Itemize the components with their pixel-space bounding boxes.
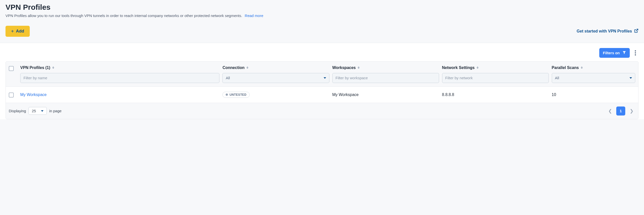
filter-workspace-input[interactable] [332,73,439,83]
filter-connection-select[interactable]: All [222,73,329,83]
column-header-profiles-label: VPN Profiles (1) [20,66,50,70]
profile-name-link[interactable]: My Workspace [20,92,47,97]
filter-parallel-select[interactable]: All [552,73,635,83]
filters-button-label: Filters on [603,51,620,55]
column-header-parallel-label: Parallel Scans [552,66,579,70]
cell-workspace: My Workspace [332,92,359,97]
external-link-icon [634,28,638,34]
table-footer: Displaying 25 in page ❮ 1 ❯ [6,103,638,119]
get-started-label: Get started with VPN Profiles [577,29,632,34]
displaying-label: Displaying [9,109,26,113]
read-more-link[interactable]: Read more [245,14,263,18]
sort-icon [52,66,54,69]
column-header-connection[interactable]: Connection [222,66,248,70]
cell-parallel: 10 [552,92,556,97]
column-header-workspaces-label: Workspaces [332,66,356,70]
column-header-profiles[interactable]: VPN Profiles (1) [20,66,54,70]
status-badge: UNTESTED [222,92,250,98]
prev-page-button[interactable]: ❮ [606,107,614,115]
column-header-network[interactable]: Network Settings [442,66,479,70]
plus-icon: + [11,29,14,34]
svg-line-0 [636,29,638,31]
sort-icon [581,66,583,69]
chevron-down-icon [41,110,44,112]
page-number-current[interactable]: 1 [616,106,625,116]
sort-icon [358,66,360,69]
chevron-left-icon: ❮ [608,108,612,114]
cell-network: 8.8.8.8 [442,92,454,97]
get-started-link[interactable]: Get started with VPN Profiles [577,28,638,34]
filter-network-input[interactable] [442,73,549,83]
pagination: ❮ 1 ❯ [606,106,635,116]
table-header: VPN Profiles (1) Connection All Workspac… [6,62,638,86]
filter-parallel-value: All [555,76,559,80]
vpn-profiles-table: VPN Profiles (1) Connection All Workspac… [6,61,638,119]
column-header-workspaces[interactable]: Workspaces [332,66,360,70]
page-size-value: 25 [32,109,36,113]
add-button-label: Add [16,29,24,34]
subtitle-text: VPN Profiles allow you to run our tools … [6,14,242,18]
row-checkbox[interactable] [9,92,14,98]
chevron-down-icon [324,77,326,79]
status-dot-icon [226,94,228,96]
in-page-label: in page [49,109,62,113]
filter-name-input[interactable] [20,73,220,83]
add-button[interactable]: + Add [6,26,30,37]
chevron-down-icon [630,77,632,79]
sort-icon [476,66,478,69]
filter-connection-value: All [226,76,230,80]
page-size-select[interactable]: 25 [28,107,47,115]
column-header-network-label: Network Settings [442,66,475,70]
more-menu-button[interactable] [633,48,638,58]
column-header-parallel[interactable]: Parallel Scans [552,66,583,70]
status-label: UNTESTED [230,93,246,96]
page-subtitle: VPN Profiles allow you to run our tools … [6,13,638,19]
filters-button[interactable]: Filters on [599,48,630,58]
table-row: My Workspace UNTESTED My Workspace 8.8.8… [6,86,638,103]
sort-icon [246,66,248,69]
select-all-checkbox[interactable] [9,66,14,71]
filter-icon [622,50,626,55]
chevron-right-icon: ❯ [630,108,634,114]
page-title: VPN Profiles [6,3,638,12]
column-header-connection-label: Connection [222,66,244,70]
next-page-button[interactable]: ❯ [628,107,635,115]
